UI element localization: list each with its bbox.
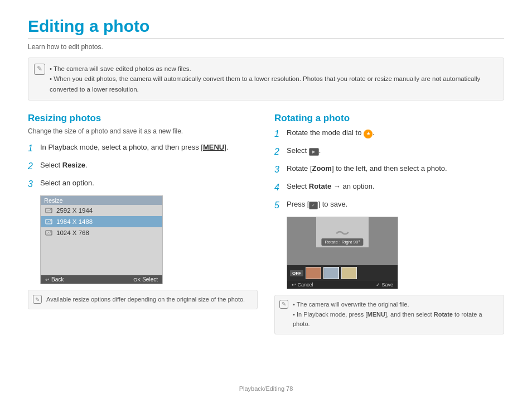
rotate-step-3: 3 Rotate [Zoom] to the left, and then se… <box>274 163 504 176</box>
cam-menu-spacer-3 <box>41 263 162 275</box>
resize-note-text: Available resize options differ dependin… <box>46 296 245 303</box>
rot-num-3: 3 <box>274 163 287 176</box>
step-text-2: Select Resize. <box>40 160 258 171</box>
resize-step-3: 3 Select an option. <box>28 178 258 191</box>
svg-point-5 <box>50 231 51 232</box>
rot-num-1: 1 <box>274 127 287 141</box>
cam-menu-label-1: 2592 X 1944 <box>56 207 93 214</box>
right-note-item-2: In Playback mode, press [MENU], and then… <box>293 310 498 329</box>
rot-text-5: Press [✓] to save. <box>287 199 504 210</box>
right-column: Rotating a photo 1 Rotate the mode dial … <box>274 113 504 334</box>
off-badge: OFF <box>290 270 303 276</box>
rotate-preview: 〜 Rotate : Right 90° OFF ↩ Cancel <box>287 217 398 289</box>
select-label: Select <box>142 276 158 283</box>
rotate-bottom-note: ✎ The camera will overwrite the original… <box>274 295 504 334</box>
rot-text-1: Rotate the mode dial to ★. <box>287 127 504 138</box>
page: Editing a photo Learn how to edit photos… <box>0 0 532 402</box>
cam-back-btn: ↩ Back <box>45 276 64 283</box>
menu-key-right: MENU <box>367 311 385 318</box>
step-text-1: In Playback mode, select a photo, and th… <box>40 142 258 153</box>
rot-num-2: 2 <box>274 145 287 159</box>
cam-menu-label-2: 1984 X 1488 <box>56 218 93 225</box>
left-column: Resizing photos Change the size of a pho… <box>28 113 258 334</box>
rotate-step-1: 1 Rotate the mode dial to ★. <box>274 127 504 141</box>
rot-num-5: 5 <box>274 199 287 212</box>
menu-key: MENU <box>203 143 224 151</box>
rotate-section-title: Rotating a photo <box>274 113 504 124</box>
cam-menu-item-1: 2592 X 1944 <box>41 205 162 216</box>
save-label: ✓ Save <box>376 282 393 288</box>
rotate-step-5: 5 Press [✓] to save. <box>274 199 504 212</box>
note-icon: ✎ <box>34 64 45 75</box>
top-note-item-2: When you edit photos, the camera will au… <box>50 74 497 94</box>
right-note-item-1: The camera will overwrite the original f… <box>293 300 498 310</box>
two-col-layout: Resizing photos Change the size of a pho… <box>28 113 504 334</box>
resize-step-1: 1 In Playback mode, select a photo, and … <box>28 142 258 155</box>
ok-icon: OK <box>133 277 141 283</box>
resize-steps: 1 In Playback mode, select a photo, and … <box>28 142 258 191</box>
small-note-icon-left: ✎ <box>33 295 42 304</box>
page-subtitle: Learn how to edit photos. <box>28 43 504 51</box>
top-note-box: ✎ The camera will save edited photos as … <box>28 58 504 100</box>
page-title: Editing a photo <box>28 17 504 36</box>
cancel-label: ↩ Cancel <box>292 282 313 288</box>
resize-icon-2 <box>45 218 53 226</box>
thumb-3 <box>341 267 357 279</box>
ok-save-icon: ✓ <box>309 202 318 209</box>
camera-ui-resize: Resize 2592 X 1944 1984 X 1488 <box>40 195 163 284</box>
resize-bold: Resize <box>62 161 85 169</box>
svg-point-3 <box>50 220 51 221</box>
cam-menu-spacer-1 <box>41 238 162 251</box>
cam-menu-item-3: 1024 X 768 <box>41 227 162 238</box>
svg-point-1 <box>50 209 51 210</box>
rotate-label: Rotate : Right 90° <box>321 238 363 246</box>
rot-text-2: Select ▶. <box>287 145 504 156</box>
playback-icon: ▶ <box>309 148 319 156</box>
resize-icon-3 <box>45 229 53 237</box>
resize-icon-1 <box>45 207 53 214</box>
smart-auto-icon: ★ <box>364 130 373 138</box>
rotate-steps: 1 Rotate the mode dial to ★. 2 Select ▶. <box>274 127 504 212</box>
thumb-1 <box>306 267 321 279</box>
rotate-footer: ↩ Cancel ✓ Save <box>287 281 398 289</box>
rotate-bold: Rotate <box>309 182 331 190</box>
resize-bottom-note: ✎ Available resize options differ depend… <box>28 290 258 309</box>
cam-select-btn: OK Select <box>133 276 158 283</box>
page-footer: Playback/Editing 78 <box>0 385 532 392</box>
back-arrow-icon: ↩ <box>45 277 50 283</box>
thumb-2 <box>323 267 339 279</box>
top-note-item-1: The camera will save edited photos as ne… <box>50 64 497 74</box>
rotate-step-4: 4 Select Rotate → an option. <box>274 181 504 194</box>
rotate-key: Rotate <box>434 311 453 318</box>
cam-footer: ↩ Back OK Select <box>41 275 162 284</box>
rot-text-4: Select Rotate → an option. <box>287 181 504 192</box>
step-num-3: 3 <box>28 178 40 191</box>
step-num-2: 2 <box>28 160 40 173</box>
resize-section-desc: Change the size of a photo and save it a… <box>28 127 258 135</box>
resize-section-title: Resizing photos <box>28 113 258 124</box>
cam-title: Resize <box>41 196 162 205</box>
rotate-preview-inner: 〜 Rotate : Right 90° OFF ↩ Cancel <box>287 217 398 289</box>
step-text-3: Select an option. <box>40 178 258 189</box>
cam-menu-label-3: 1024 X 768 <box>56 229 89 236</box>
rot-text-3: Rotate [Zoom] to the left, and then sele… <box>287 163 504 174</box>
rotate-preview-main: 〜 Rotate : Right 90° <box>287 217 398 265</box>
resize-step-2: 2 Select Resize. <box>28 160 258 173</box>
back-label: Back <box>51 276 64 283</box>
rot-num-4: 4 <box>274 181 287 194</box>
step-num-1: 1 <box>28 142 40 155</box>
title-divider <box>28 38 504 39</box>
rotate-step-2: 2 Select ▶. <box>274 145 504 159</box>
right-note-icon: ✎ <box>279 300 288 309</box>
cam-menu-spacer-2 <box>41 251 162 263</box>
cam-menu: 2592 X 1944 1984 X 1488 1024 X 768 <box>41 205 162 275</box>
rotate-thumbnails: OFF <box>287 265 398 281</box>
cam-menu-item-2: 1984 X 1488 <box>41 216 162 227</box>
zoom-key: Zoom <box>312 164 332 173</box>
